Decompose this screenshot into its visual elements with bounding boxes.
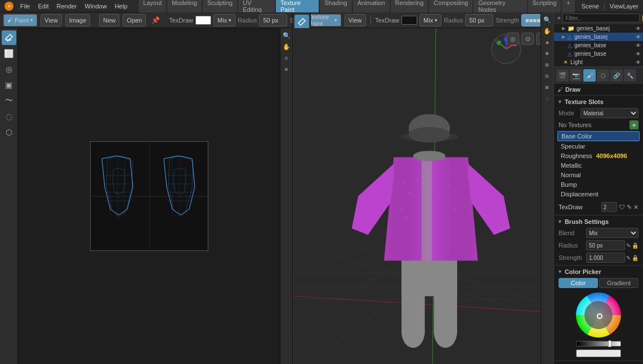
strength-edit-icon[interactable]: ✎: [626, 255, 631, 261]
menu-help[interactable]: Help: [115, 3, 128, 10]
view-layer-name[interactable]: ViewLayer: [610, 3, 638, 10]
vp-extra2-btn[interactable]: ❖: [542, 48, 552, 59]
vp-grab-btn[interactable]: ✋: [542, 28, 552, 36]
tab-shading[interactable]: Shading: [320, 0, 351, 14]
color-wheel-container[interactable]: [575, 291, 623, 339]
overlay-btn[interactable]: ⊙: [282, 53, 292, 63]
add-texture-btn[interactable]: +: [629, 120, 638, 129]
grab-tool-btn[interactable]: ✋: [282, 42, 292, 52]
eye-icon-2[interactable]: 👁: [636, 34, 641, 40]
tab-sculpting[interactable]: Sculpting: [203, 0, 237, 14]
radius-input-left[interactable]: 50 px: [259, 14, 287, 26]
texture-slot-bump[interactable]: Bump: [557, 180, 640, 189]
color-tab[interactable]: Color: [559, 278, 598, 288]
radius-input-right[interactable]: 50 px: [465, 14, 493, 26]
color-picker-header[interactable]: ▼ Color Picker: [556, 267, 641, 277]
clone-tool-btn[interactable]: ◎: [2, 62, 16, 77]
texture-slot-base-color[interactable]: Base Color: [557, 131, 640, 141]
vp-extra1-btn[interactable]: ◈: [542, 37, 552, 47]
tab-uv-editing[interactable]: UV Editing: [238, 0, 275, 14]
mask-tool-btn[interactable]: ⬡: [2, 125, 16, 140]
arrow-icon-1: ▶: [562, 26, 565, 31]
vp-extra3-btn[interactable]: ⊞: [542, 60, 552, 70]
tab-rendering[interactable]: Rendering: [391, 0, 428, 14]
zoom-in-btn[interactable]: 🔍: [282, 30, 292, 41]
smear-tool-btn[interactable]: 〜: [2, 93, 16, 108]
mode-select[interactable]: Material: [581, 108, 638, 118]
view-menu-btn[interactable]: View: [41, 14, 62, 26]
color-output-swatch[interactable]: [576, 349, 621, 357]
new-btn[interactable]: New: [99, 14, 119, 26]
mix-dropdown-left[interactable]: Mix▾: [213, 14, 235, 26]
tab-compositing[interactable]: Compositing: [429, 0, 472, 14]
radius-edit-icon[interactable]: ✎: [626, 242, 631, 249]
menu-edit[interactable]: Edit: [38, 3, 48, 10]
color-palette-header[interactable]: ▶ Color Palette: [554, 361, 643, 364]
eye-icon-3[interactable]: 👁: [636, 43, 641, 48]
scene-name[interactable]: Scene: [582, 3, 599, 10]
menu-render[interactable]: Render: [56, 3, 77, 10]
texture-slot-specular[interactable]: Specular: [557, 142, 640, 151]
props-constraint-tab[interactable]: 🔗: [610, 69, 623, 82]
vp-extra5-btn[interactable]: ⊠: [542, 82, 552, 92]
outliner-search-input[interactable]: [562, 14, 640, 23]
image-menu-btn[interactable]: Image: [65, 14, 91, 26]
outliner-item-1[interactable]: ▶ 📁 genies_basej 👁: [554, 24, 643, 33]
texdraw-shield-icon[interactable]: 🛡: [619, 204, 625, 210]
gradient-tab[interactable]: Gradient: [599, 278, 638, 288]
brightness-bar[interactable]: [576, 341, 621, 347]
tab-modeling[interactable]: Modeling: [167, 0, 202, 14]
soften-tool-btn[interactable]: ◌: [2, 109, 16, 124]
tab-layout[interactable]: Layout: [139, 0, 166, 14]
texture-slot-displacement[interactable]: Displacement: [557, 190, 640, 199]
gizmo-btn[interactable]: ⊕: [282, 64, 292, 74]
eye-icon-4[interactable]: 👁: [636, 51, 641, 57]
outliner-item-5[interactable]: ☀ Light 👁: [554, 58, 643, 66]
menu-window[interactable]: Window: [85, 3, 107, 10]
outliner-label-3: genies_base: [574, 42, 606, 48]
outliner-item-4[interactable]: △ genies_base 👁: [554, 50, 643, 58]
color-swatch-right[interactable]: [401, 16, 417, 25]
tab-texture-paint[interactable]: Texture Paint: [276, 0, 319, 14]
props-active-tab[interactable]: 🖌: [583, 69, 596, 82]
props-render-tab[interactable]: 📷: [570, 69, 582, 82]
menu-file[interactable]: File: [20, 3, 30, 10]
fill-tool-btn[interactable]: ▣: [2, 78, 16, 92]
radius-value-display[interactable]: 50 px: [586, 240, 625, 250]
strength-lock-icon[interactable]: 🔒: [632, 255, 638, 261]
brush-settings-header[interactable]: ▼ Brush Settings: [556, 217, 641, 227]
texture-slots-header[interactable]: ▼ Texture Slots: [556, 97, 641, 107]
viewport-overlay-btn[interactable]: ⊙: [521, 33, 534, 45]
eye-icon-1[interactable]: 👁: [636, 26, 641, 32]
vp-extra4-btn[interactable]: ⊟: [542, 71, 552, 81]
tab-geometry-nodes[interactable]: Geometry Nodes: [474, 0, 526, 14]
texdraw-edit-icon[interactable]: ✎: [627, 204, 632, 211]
texture-slot-normal[interactable]: Normal: [557, 170, 640, 179]
tab-scripting[interactable]: Scripting: [528, 0, 561, 14]
props-modifier-tab[interactable]: 🔧: [624, 69, 636, 82]
props-object-tab[interactable]: ⬡: [597, 69, 609, 82]
viewport-3d: User Perspective (1) genies_basejacket: [293, 28, 553, 364]
color-swatch-left[interactable]: [195, 16, 211, 25]
tab-animation[interactable]: Animation: [353, 0, 390, 14]
draw-tool-btn[interactable]: [2, 30, 16, 45]
viewport-shading-btn[interactable]: ◎: [507, 33, 519, 45]
vp-extra6-btn[interactable]: ⋮: [542, 93, 552, 104]
radius-lock-icon[interactable]: 🔒: [632, 242, 638, 249]
outliner-item-3[interactable]: △ genies_base 👁: [554, 41, 643, 50]
strength-value-display[interactable]: 1.000: [586, 253, 625, 263]
tab-add[interactable]: +: [562, 0, 574, 14]
paint-mode-btn[interactable]: 🖌 Paint ▾: [3, 14, 37, 26]
eye-icon-5[interactable]: 👁: [636, 60, 641, 65]
eraser-tool-btn[interactable]: ⬜: [2, 46, 16, 61]
mix-dropdown-right[interactable]: Mix▾: [419, 14, 441, 26]
view-menu-btn-right[interactable]: View: [345, 14, 366, 26]
texdraw-num-input[interactable]: [601, 202, 617, 212]
texture-slot-roughness[interactable]: Roughness 4096x4096: [557, 151, 640, 160]
props-scene-tab[interactable]: 🎬: [556, 69, 569, 82]
texdraw-close-icon[interactable]: ✕: [633, 204, 638, 211]
texture-slot-metallic[interactable]: Metallic: [557, 161, 640, 170]
blend-select[interactable]: Mix: [586, 228, 638, 238]
open-btn[interactable]: Open: [123, 14, 146, 26]
outliner-item-2[interactable]: ▶ △ genies_basej 👁: [554, 33, 643, 41]
